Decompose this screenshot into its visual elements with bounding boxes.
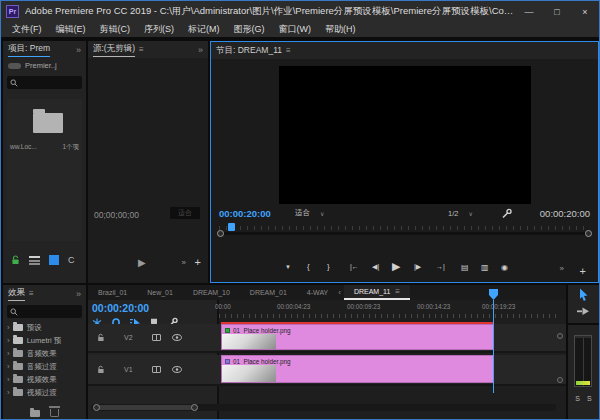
mark-out-button[interactable]: } — [327, 262, 330, 271]
tab-scroll-left-icon[interactable]: ‹ — [338, 288, 341, 297]
effects-item-audio-effects[interactable]: › 音频效果 — [3, 347, 86, 360]
sync-lock-icon[interactable] — [152, 366, 161, 373]
step-forward-button[interactable]: |▶ — [414, 263, 421, 271]
menu-clip[interactable]: 剪辑(C) — [93, 23, 138, 36]
bin-folder-icon[interactable] — [33, 113, 63, 133]
timeline-ruler[interactable]: 00:00 00:00:04:23 00:00:09:23 00:00:14:2… — [219, 300, 558, 319]
panel-menu-icon[interactable]: ≡ — [286, 46, 291, 55]
new-bin-icon[interactable] — [30, 410, 40, 417]
effects-search-input[interactable] — [7, 305, 82, 318]
panel-menu-icon[interactable]: ≡ — [395, 287, 400, 296]
panel-collapse-icon[interactable]: » — [76, 289, 81, 299]
menu-sequence[interactable]: 序列(S) — [137, 23, 181, 36]
menu-file[interactable]: 文件(F) — [5, 23, 49, 36]
maximize-button[interactable]: □ — [543, 1, 571, 22]
lift-button[interactable]: ▤ — [461, 263, 469, 272]
scrollbar-thumb[interactable] — [95, 405, 193, 410]
menu-window[interactable]: 窗口(W) — [272, 23, 319, 36]
play-button[interactable]: ▶ — [392, 260, 400, 273]
timeline-timecode[interactable]: 00:00:20:00 — [92, 302, 149, 314]
audio-meter[interactable] — [574, 335, 592, 387]
sync-lock-icon[interactable] — [152, 334, 161, 341]
panel-menu-icon[interactable]: ≡ — [29, 289, 34, 298]
more-buttons-icon[interactable]: » — [560, 264, 564, 273]
effects-item-presets[interactable]: › 预设 — [3, 321, 86, 334]
timeline-tab-dream11-active[interactable]: DREAM_11 ≡ — [344, 285, 410, 300]
project-tab[interactable]: 项目: Prem — [8, 43, 50, 57]
clip-v1[interactable]: 01_Place holder.png — [221, 355, 494, 383]
freeform-view-icon[interactable]: C — [68, 255, 75, 265]
chevron-right-icon[interactable]: › — [7, 375, 10, 384]
step-back-button[interactable]: ◀| — [372, 263, 379, 271]
play-icon[interactable]: ▶ — [138, 257, 146, 268]
timeline-tab-new01[interactable]: New_01 — [137, 285, 183, 300]
extract-button[interactable]: ▥ — [481, 263, 489, 272]
fx-badge-icon[interactable] — [225, 328, 230, 333]
solo-left-button[interactable]: S — [575, 395, 580, 402]
effects-item-audio-transitions[interactable]: › 音频过渡 — [3, 360, 86, 373]
track-lock-icon[interactable] — [97, 365, 105, 374]
vertical-scroll-handle[interactable] — [557, 377, 563, 383]
delete-icon[interactable] — [50, 409, 59, 417]
menu-help[interactable]: 帮助(H) — [318, 23, 363, 36]
menu-markers[interactable]: 标记(M) — [181, 23, 227, 36]
bin-name[interactable]: ww.Loc... — [10, 143, 37, 152]
button-editor-add-icon[interactable]: + — [580, 265, 586, 277]
effects-tab[interactable]: 效果 — [8, 287, 25, 301]
track-select-forward-tool-icon[interactable] — [577, 307, 590, 316]
minimize-button[interactable]: — — [515, 1, 543, 22]
menu-graphics[interactable]: 图形(G) — [227, 23, 272, 36]
source-tab[interactable]: 源:(无剪辑) — [93, 43, 135, 57]
timeline-tab-4way[interactable]: 4-WAY — [297, 285, 338, 300]
scrollbar-right-handle[interactable] — [585, 230, 592, 237]
timeline-horizontal-scrollbar[interactable] — [91, 404, 556, 411]
scrollbar-left-handle[interactable] — [217, 230, 224, 237]
timeline-tab-dream10[interactable]: DREAM_10 — [183, 285, 240, 300]
timeline-tab-dream01[interactable]: DREAM_01 — [240, 285, 297, 300]
menu-edit[interactable]: 编辑(E) — [49, 23, 93, 36]
mark-in-button[interactable]: { — [307, 262, 310, 271]
project-writable-lock-icon[interactable] — [11, 255, 20, 265]
track-output-eye-icon[interactable] — [172, 366, 182, 373]
program-zoom-scrollbar[interactable] — [219, 232, 590, 235]
chevron-right-icon[interactable]: › — [7, 336, 10, 345]
chevron-right-icon[interactable]: › — [7, 362, 10, 371]
fx-badge-icon[interactable] — [225, 359, 230, 364]
vertical-scroll-handle[interactable] — [557, 333, 563, 339]
list-view-icon[interactable] — [29, 256, 40, 265]
export-frame-button[interactable]: ◉ — [501, 263, 508, 272]
track-output-eye-icon[interactable] — [172, 334, 182, 341]
source-fit-dropdown[interactable]: 适合 — [170, 207, 200, 219]
program-tab[interactable]: 节目: DREAM_11 — [216, 45, 282, 57]
panel-collapse-icon[interactable]: » — [76, 45, 81, 55]
panel-collapse-icon[interactable]: » — [198, 45, 203, 55]
track-lock-icon[interactable] — [97, 333, 105, 342]
more-buttons-icon[interactable]: » — [182, 258, 186, 267]
playback-resolution-dropdown[interactable]: 1/2 ∨ — [448, 209, 473, 218]
effects-item-video-effects[interactable]: › 视频效果 — [3, 373, 86, 386]
scrollbar-right-handle[interactable] — [191, 404, 198, 411]
button-editor-add-icon[interactable]: + — [195, 256, 201, 268]
effects-item-video-transitions[interactable]: › 视频过渡 — [3, 386, 86, 399]
selection-tool-icon[interactable] — [578, 288, 589, 302]
effects-item-lumetri[interactable]: › Lumetri 预 — [3, 334, 86, 347]
timeline-playhead-line[interactable] — [493, 300, 494, 393]
chevron-right-icon[interactable]: › — [7, 388, 10, 397]
clip-v2[interactable]: 01_Place holder.png — [221, 324, 494, 350]
program-fit-dropdown[interactable]: 适合 ∨ — [295, 208, 324, 218]
project-search-input[interactable] — [7, 76, 82, 89]
add-marker-button[interactable]: ▼ — [285, 264, 291, 270]
track-name[interactable]: V2 — [124, 334, 133, 341]
program-playhead[interactable] — [228, 223, 235, 231]
program-seek-bar[interactable] — [219, 223, 590, 237]
scrollbar-left-handle[interactable] — [93, 404, 100, 411]
track-name[interactable]: V1 — [124, 366, 133, 373]
settings-wrench-icon[interactable] — [501, 208, 512, 219]
icon-view-icon[interactable] — [49, 255, 59, 265]
goto-in-button[interactable]: |← — [350, 263, 359, 270]
close-button[interactable]: × — [571, 1, 599, 22]
timeline-tab-brazil[interactable]: Brazil_01 — [88, 285, 137, 300]
chevron-right-icon[interactable]: › — [7, 323, 10, 332]
solo-right-button[interactable]: S — [587, 395, 592, 402]
readonly-toggle-icon[interactable] — [8, 63, 21, 69]
